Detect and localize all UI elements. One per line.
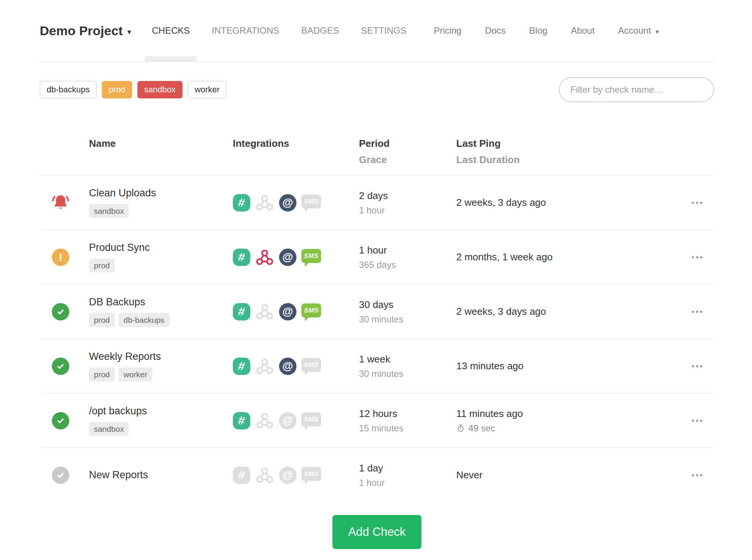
add-check-button[interactable]: Add Check (332, 515, 422, 549)
period-cell: 12 hours 15 minutes (359, 408, 456, 434)
column-header-name: Name (89, 138, 233, 148)
tag-filter-prod[interactable]: prod (102, 81, 132, 98)
check-name: DB Backups (89, 296, 233, 308)
sms-icon: SMS (301, 194, 321, 208)
tag-filter-worker[interactable]: worker (188, 81, 226, 98)
tab-label: SETTINGS (361, 25, 407, 36)
slack-icon: # (233, 249, 250, 266)
nav-tabs: CHECKS INTEGRATIONS BADGES SETTINGS (152, 0, 428, 61)
table-header: Name Integrations Period Grace Last Ping… (40, 138, 714, 176)
period-value: 1 hour (359, 244, 456, 256)
check-row[interactable]: ! Weekly Reports prodworker # @ SMS 1 we… (40, 339, 714, 394)
menu-cell (680, 416, 714, 426)
last-ping-cell: 13 minutes ago (456, 360, 680, 372)
tab-integrations[interactable]: INTEGRATIONS (212, 0, 279, 61)
row-menu-button[interactable] (688, 252, 706, 262)
tab-checks[interactable]: CHECKS (152, 0, 190, 61)
menu-cell (680, 361, 714, 371)
check-tags: sandbox (89, 204, 233, 218)
check-tag: prod (89, 313, 115, 327)
slack-icon: # (233, 303, 250, 320)
check-row[interactable]: ! New Reports # @ SMS 1 day 1 hour Never (40, 448, 714, 502)
check-name: Weekly Reports (89, 351, 233, 362)
tag-filter-sandbox[interactable]: sandbox (137, 81, 183, 98)
period-value: 12 hours (359, 408, 456, 420)
email-icon: @ (279, 249, 296, 266)
row-menu-button[interactable] (688, 198, 706, 208)
search-wrapper (559, 77, 714, 102)
check-row[interactable]: ! Product Sync prod # @ SMS 1 hour 365 d… (40, 230, 714, 285)
site-links: Pricing Docs Blog About Account ▾ (434, 25, 659, 36)
integrations-cell: # @ SMS (233, 302, 359, 321)
webhook-icon (255, 302, 274, 321)
name-cell: Clean Uploads sandbox (81, 187, 233, 218)
integrations-cell: # @ SMS (233, 193, 359, 212)
email-icon: @ (279, 358, 296, 375)
check-tag: prod (89, 367, 115, 381)
last-ping-value: Never (456, 469, 680, 481)
tab-label: BADGES (301, 25, 339, 36)
webhook-icon (255, 466, 274, 485)
webhook-icon (255, 357, 274, 376)
link-blog[interactable]: Blog (529, 25, 548, 36)
link-about[interactable]: About (571, 25, 595, 36)
grace-value: 365 days (359, 260, 456, 270)
last-ping-cell: 2 weeks, 3 days ago (456, 306, 680, 317)
check-row[interactable]: ! Clean Uploads sandbox # @ SMS (40, 176, 714, 230)
link-docs[interactable]: Docs (485, 25, 506, 36)
row-menu-button[interactable] (688, 416, 706, 426)
name-cell: /opt backups sandbox (81, 405, 233, 436)
row-menu-button[interactable] (688, 470, 706, 480)
integrations-cell: # @ SMS (233, 357, 359, 376)
tab-badges[interactable]: BADGES (301, 0, 339, 61)
grace-value: 1 hour (359, 205, 456, 216)
account-menu[interactable]: Account ▾ (618, 25, 659, 36)
period-value: 30 days (359, 299, 456, 311)
check-name-filter-input[interactable] (559, 77, 714, 102)
status-cell: ! (40, 303, 81, 320)
row-menu-button[interactable] (688, 361, 706, 371)
email-icon: @ (279, 303, 296, 320)
row-menu-button[interactable] (688, 307, 706, 317)
status-cell: ! (40, 467, 81, 484)
email-icon: @ (279, 412, 296, 429)
tab-label: INTEGRATIONS (212, 25, 279, 36)
period-value: 1 day (359, 462, 456, 474)
column-header-grace: Grace (359, 155, 456, 165)
last-ping-cell: 11 minutes ago 49 sec (456, 408, 680, 434)
alert-bell-icon (50, 193, 71, 213)
check-name: /opt backups (89, 405, 233, 417)
check-tags: proddb-backups (89, 313, 233, 327)
last-ping-cell: Never (456, 469, 680, 481)
grace-status-icon: ! (52, 249, 69, 266)
check-row[interactable]: ! DB Backups proddb-backups # @ SMS 30 d… (40, 285, 714, 339)
sms-icon: SMS (301, 249, 321, 263)
menu-cell (680, 252, 714, 262)
status-cell: ! (40, 249, 81, 266)
tab-label: CHECKS (152, 25, 190, 36)
check-tag: prod (89, 258, 115, 272)
name-cell: New Reports (81, 469, 233, 481)
period-cell: 2 days 1 hour (359, 190, 456, 216)
grace-value: 30 minutes (359, 369, 456, 379)
column-header-last-duration: Last Duration (456, 155, 680, 165)
name-cell: DB Backups proddb-backups (81, 296, 233, 327)
tab-settings[interactable]: SETTINGS (361, 0, 407, 61)
tag-filters: db-backups prod sandbox worker (40, 81, 226, 98)
check-row[interactable]: ! /opt backups sandbox # @ SMS 12 hours … (40, 394, 714, 448)
grace-value: 1 hour (359, 478, 456, 488)
check-tag: sandbox (89, 422, 129, 436)
slack-icon: # (233, 412, 250, 429)
status-cell: ! (40, 412, 81, 429)
add-check-wrapper: Add Check (40, 515, 714, 549)
project-switcher[interactable]: Demo Project ▾ (40, 23, 131, 38)
period-cell: 1 hour 365 days (359, 244, 456, 270)
up-status-icon (52, 412, 69, 429)
tag-filter-db-backups[interactable]: db-backups (40, 81, 97, 98)
webhook-icon (255, 193, 274, 212)
check-name: Product Sync (89, 242, 233, 254)
up-status-icon (52, 303, 69, 320)
menu-cell (680, 470, 714, 480)
link-pricing[interactable]: Pricing (434, 25, 462, 36)
grace-value: 15 minutes (359, 423, 456, 434)
